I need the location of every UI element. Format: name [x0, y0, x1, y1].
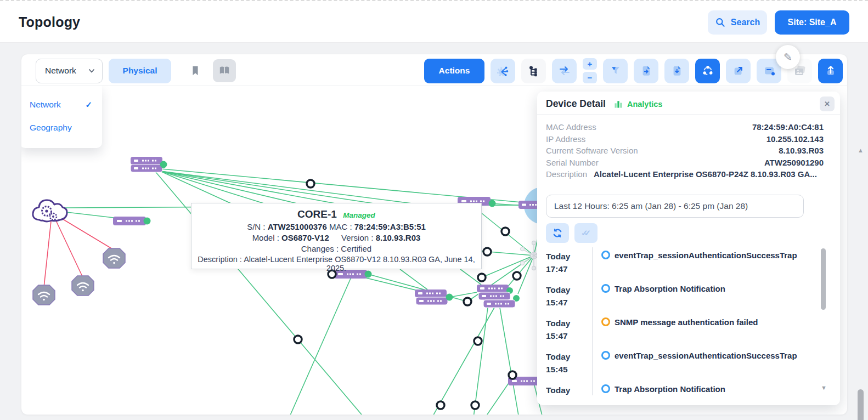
app-header: Topology Search Site: Site_A — [0, 2, 868, 43]
acknowledge-button[interactable]: ✓✓ — [574, 223, 598, 243]
field-row: MAC Address 78:24:59:A0:C4:81 — [546, 121, 824, 133]
access-point-icon[interactable] — [103, 248, 125, 268]
cloud-icon[interactable] — [33, 200, 67, 222]
legend-book-button[interactable] — [213, 59, 236, 82]
plus-icon: + — [588, 60, 593, 68]
event-status-icon — [601, 251, 610, 259]
event-time: Today15:45 — [546, 348, 592, 381]
event-title: SNMP message authentication failed — [615, 317, 758, 327]
field-label: IP Address — [546, 133, 585, 145]
filter-icon — [610, 65, 622, 77]
minus-icon: − — [588, 73, 593, 82]
refresh-icon — [552, 228, 563, 239]
event-time: Today15:47 — [546, 281, 592, 314]
scroll-down-arrow-icon[interactable]: ▼ — [821, 384, 827, 391]
field-row: Serial Number ATW250901290 — [546, 157, 824, 169]
menu-item-geography[interactable]: Geography — [21, 116, 102, 139]
zoom-in-button[interactable]: + — [583, 58, 597, 70]
topology-toolbar: Network Physical Actions — [21, 54, 847, 87]
view-select[interactable]: Network — [36, 59, 103, 83]
field-row: Description Alcatel-Lucent Enterprise OS… — [546, 168, 824, 180]
topology-map[interactable]: Network ✓ Geography CORE-1 Managed S/N :… — [21, 85, 847, 415]
upload-button[interactable] — [818, 59, 843, 83]
time-range-input[interactable]: Last 12 Hours: 6:25 am (Jan 28) - 6:25 p… — [546, 195, 804, 218]
card-minus-icon — [763, 65, 776, 77]
model-value: OS6870-V12 — [281, 233, 329, 242]
menu-item-network[interactable]: Network ✓ — [21, 93, 102, 116]
site-label: Site: Site_A — [788, 18, 837, 27]
device-detail-panel: Device Detail Analytics ✕ MAC Address 7 — [537, 92, 840, 405]
access-point-icon[interactable] — [72, 276, 94, 296]
event-title: Trap Absorption Notification — [615, 283, 725, 293]
event-time: Today15:47 — [546, 314, 592, 348]
scroll-up-arrow-icon[interactable]: ▲ — [858, 147, 864, 154]
open-external-button[interactable] — [726, 59, 751, 83]
bookmark-button[interactable] — [184, 59, 207, 82]
event-status-icon — [601, 351, 610, 360]
search-button[interactable]: Search — [708, 10, 767, 35]
tree-view-button[interactable] — [521, 59, 546, 83]
double-check-icon: ✓✓ — [581, 228, 591, 238]
switch-stack-icon[interactable] — [415, 290, 453, 305]
file-arrow-down-icon — [671, 65, 683, 77]
switch-stack-icon[interactable] — [131, 157, 167, 172]
event-row[interactable]: Today17:47 eventTrap_sessionAuthenticati… — [546, 247, 840, 281]
panel-close-button[interactable]: ✕ — [820, 97, 835, 111]
arrow-up-right-icon — [732, 65, 745, 77]
switch-icon[interactable] — [113, 217, 151, 225]
access-point-icon[interactable] — [33, 285, 55, 305]
changes-label: Changes : — [301, 244, 339, 253]
open-book-icon — [218, 65, 230, 76]
filter-button[interactable] — [603, 59, 628, 83]
version-label: Version : — [341, 233, 373, 242]
description-label: Description : — [198, 255, 242, 264]
field-label: Current Software Version — [546, 145, 638, 157]
field-value: 10.255.102.143 — [766, 133, 824, 145]
view-menu: Network ✓ Geography — [21, 86, 102, 148]
event-list[interactable]: Today17:47 eventTrap_sessionAuthenticati… — [546, 247, 840, 395]
field-label: Serial Number — [546, 157, 599, 169]
event-list-scrollbar-thumb[interactable] — [821, 248, 826, 310]
site-button[interactable]: Site: Site_A — [775, 10, 849, 35]
export-file-button[interactable] — [634, 59, 658, 83]
actions-button[interactable]: Actions — [424, 59, 484, 83]
zoom-controls: + − — [583, 58, 597, 83]
sn-value: ATW251000376 — [268, 222, 327, 231]
device-fields: MAC Address 78:24:59:A0:C4:81 IP Address… — [537, 115, 840, 180]
event-row[interactable]: Today15:47 Trap Absorption Notification — [546, 281, 840, 314]
mac-label: MAC : — [329, 222, 352, 231]
event-time: Today17:47 — [546, 247, 592, 281]
refresh-button[interactable] — [546, 223, 569, 243]
menu-item-label: Geography — [30, 123, 72, 133]
topology-canvas: Network Physical Actions — [21, 54, 848, 415]
field-value: 78:24:59:A0:C4:81 — [752, 121, 824, 133]
download-file-button[interactable] — [664, 59, 689, 83]
event-title: eventTrap_sessionAuthenticationSuccessTr… — [615, 250, 797, 260]
event-row[interactable]: Today15:45 eventTrap_sessionAuthenticati… — [546, 348, 840, 381]
zoom-out-button[interactable]: − — [583, 72, 597, 83]
physical-button[interactable]: Physical — [109, 59, 171, 83]
edit-pencil-button[interactable]: ✎ — [776, 45, 800, 69]
workspace: Network Physical Actions — [0, 43, 868, 420]
analytics-bars-icon — [613, 99, 623, 109]
tooltip-managed-status: Managed — [343, 211, 375, 219]
share-nodes-button[interactable] — [695, 59, 720, 83]
analytics-button[interactable]: Analytics — [613, 99, 662, 109]
page-scrollbar-thumb[interactable] — [858, 389, 864, 420]
bookmark-icon — [189, 64, 201, 77]
page-title: Topology — [19, 14, 80, 30]
sn-label: S/N : — [247, 222, 265, 231]
event-row[interactable]: Today Trap Absorption Notification — [546, 381, 840, 395]
event-row[interactable]: Today15:47 SNMP message authentication f… — [546, 314, 840, 348]
upload-icon — [824, 64, 837, 77]
check-icon: ✓ — [85, 100, 92, 110]
switch-stack-icon[interactable] — [477, 285, 520, 308]
event-time: Today — [546, 381, 592, 395]
sync-loop-button[interactable] — [552, 59, 577, 83]
page-scrollbar[interactable]: ▲ ▼ — [856, 43, 865, 420]
gear-share-button[interactable] — [491, 59, 515, 83]
analytics-label: Analytics — [627, 100, 662, 109]
event-status-icon — [601, 317, 610, 326]
version-value: 8.10.93.R03 — [376, 233, 421, 242]
field-row: IP Address 10.255.102.143 — [546, 133, 824, 145]
